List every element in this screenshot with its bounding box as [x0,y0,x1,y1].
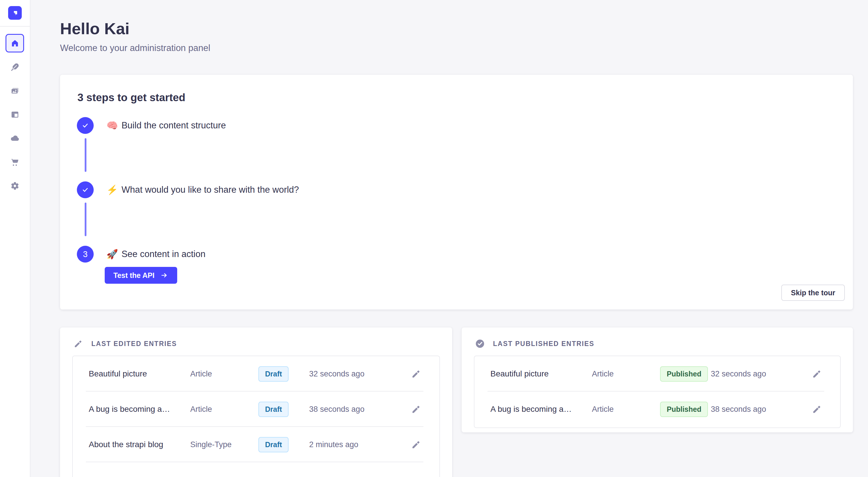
entry-time: 32 seconds ago [711,370,801,378]
last-edited-table: Beautiful picture Article Draft 32 secon… [72,355,440,477]
sidebar-divider [0,26,30,27]
strapi-logo-icon [11,9,20,18]
edit-entry-button[interactable] [409,402,424,416]
table-row[interactable]: Beautiful picture Article Draft 32 secon… [73,356,439,391]
last-published-table: Beautiful picture Article Published 32 s… [474,355,841,428]
edit-entry-button[interactable] [409,437,424,452]
step-see-content-in-action[interactable]: 3 🚀 See content in action [77,246,205,263]
table-row[interactable]: A bug is becoming a… Article Published 3… [474,391,840,427]
edit-entry-button[interactable] [810,402,824,416]
last-edited-panel: LAST EDITED ENTRIES Beautiful picture Ar… [60,328,452,477]
entry-type: Single-Type [190,440,258,449]
rocket-emoji: 🚀 [106,249,118,259]
pencil-icon [411,404,422,415]
entry-type: Article [190,405,258,414]
last-edited-title: LAST EDITED ENTRIES [91,340,177,348]
pencil-icon [73,339,84,349]
entry-time: 38 seconds ago [711,405,801,414]
page-subtitle: Welcome to your administration panel [60,43,210,53]
feather-icon [10,63,20,72]
status-badge: Draft [258,366,288,382]
zap-emoji: ⚡ [106,185,118,195]
entry-title: A bug is becoming a… [490,405,592,414]
step-number: 3 [83,249,88,259]
sidebar-item-home[interactable] [5,34,24,53]
check-circle-icon [475,339,485,349]
test-the-api-button[interactable]: Test the API [105,267,177,284]
entry-title: Beautiful picture [89,369,190,378]
status-badge: Published [660,402,708,417]
home-icon [10,39,20,48]
table-row[interactable]: About the strapi blog Single-Type Draft … [73,427,439,462]
step-label: What would you like to share with the wo… [122,184,299,195]
test-the-api-label: Test the API [114,271,155,280]
sidebar-item-marketplace[interactable] [5,153,24,171]
last-published-panel: LAST PUBLISHED ENTRIES Beautiful picture… [462,328,853,432]
last-edited-header: LAST EDITED ENTRIES [73,339,177,349]
status-badge: Published [660,366,708,382]
entry-time: 38 seconds ago [309,405,399,414]
last-published-header: LAST PUBLISHED ENTRIES [475,339,594,349]
gear-icon [10,181,20,191]
entry-type: Article [592,370,660,378]
step-share-with-world[interactable]: ⚡ What would you like to share with the … [77,181,299,198]
entry-type: Article [592,405,660,414]
check-icon [82,122,89,129]
strapi-logo[interactable] [8,6,22,20]
skip-the-tour-button[interactable]: Skip the tour [781,284,845,301]
sidebar-item-settings[interactable] [5,176,24,195]
step-done-indicator [77,181,94,198]
step-build-content-structure[interactable]: 🧠 Build the content structure [77,117,226,134]
pencil-icon [411,368,422,379]
onboarding-title: 3 steps to get started [78,92,185,104]
step-connector [85,203,86,236]
step-number-indicator: 3 [77,246,94,263]
entry-title: A bug is becoming a… [89,405,190,414]
sidebar-item-content-type-builder[interactable] [5,105,24,124]
layout-icon [10,110,20,119]
sidebar-item-cloud[interactable] [5,129,24,147]
entry-type: Article [190,370,258,378]
pencil-icon [811,404,823,415]
pencil-icon [411,439,422,450]
pencil-icon [811,368,823,379]
entry-time: 32 seconds ago [309,370,399,378]
step-label: Build the content structure [122,120,226,131]
sidebar-item-media-library[interactable] [5,81,24,100]
last-published-title: LAST PUBLISHED ENTRIES [493,340,594,348]
entry-title: Beautiful picture [490,369,592,378]
images-icon [10,87,20,95]
table-row[interactable]: Beautiful picture Article Published 32 s… [474,356,840,391]
status-badge: Draft [258,437,288,452]
entry-time: 2 minutes ago [309,440,399,449]
table-row [73,462,439,477]
step-connector [85,138,86,172]
entry-title: About the strapi blog [89,440,190,449]
cloud-icon [10,134,20,143]
page-title: Hello Kai [60,19,130,38]
strapi-admin-home: Hello Kai Welcome to your administration… [0,0,868,477]
edit-entry-button[interactable] [810,367,824,381]
cart-icon [10,158,20,167]
main-nav-sidebar [0,0,30,477]
arrow-right-icon [160,272,168,279]
edit-entry-button[interactable] [409,367,424,381]
step-label: See content in action [122,249,206,259]
brain-emoji: 🧠 [106,121,118,130]
table-row[interactable]: A bug is becoming a… Article Draft 38 se… [73,391,439,427]
step-done-indicator [77,117,94,134]
status-badge: Draft [258,402,288,417]
onboarding-card: 3 steps to get started 🧠 Build the conte… [60,75,853,309]
check-icon [82,186,89,194]
sidebar-item-content-manager[interactable] [5,58,24,76]
